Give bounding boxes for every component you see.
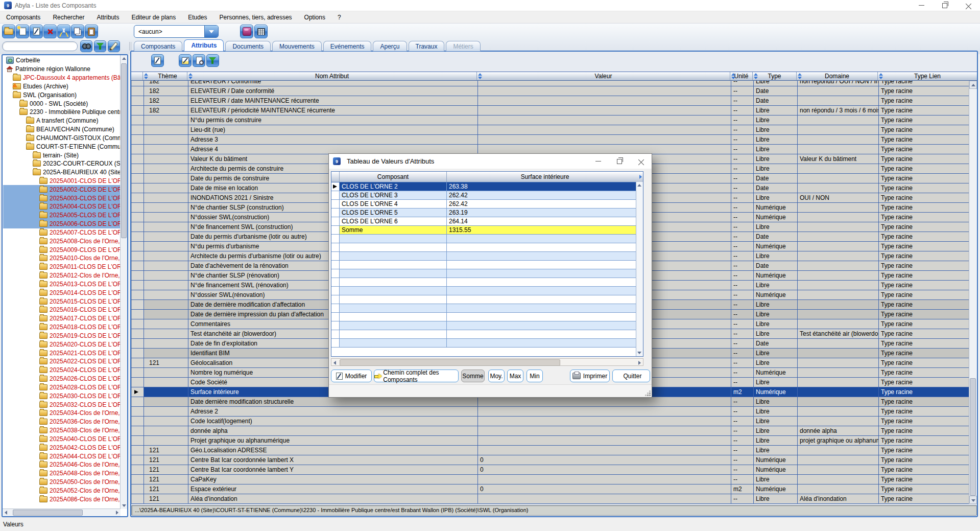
dialog-header-surface[interactable]: Surface intérieure bbox=[447, 172, 643, 182]
tree-item[interactable]: 2025A086-Clos de l'Orne,86-Type S bbox=[3, 495, 120, 503]
tree-hscroll-thumb[interactable] bbox=[13, 510, 83, 516]
tree-item[interactable]: 2025A007-CLOS DE L'ORNE 7 (Bâtiment) bbox=[3, 228, 120, 237]
menu-item-3[interactable]: Attributs bbox=[90, 11, 125, 23]
close-button[interactable] bbox=[957, 0, 980, 11]
sort-icon[interactable] bbox=[754, 73, 758, 80]
tree-item[interactable]: 2025A044-CLOS DE L'ORNE 44 (Bâtiment) bbox=[3, 452, 120, 460]
table-row[interactable]: donnée alpha--Libredonnée alphaType raci… bbox=[131, 426, 969, 436]
resize-grip[interactable] bbox=[649, 395, 651, 396]
filter-funnel-button[interactable] bbox=[206, 54, 219, 67]
cut-button[interactable] bbox=[57, 25, 70, 38]
table-row[interactable]: 121Centre Bat Icar coordonnée lambert Y0… bbox=[131, 465, 969, 475]
tree-item[interactable]: 2025A040-CLOS DE L'ORNE 40 (Bâtiment) bbox=[3, 434, 120, 443]
table-row[interactable]: 121Espace extérieur0m2NumériqueType raci… bbox=[131, 484, 969, 494]
edit-pencil-button[interactable] bbox=[30, 25, 43, 38]
quitter-button[interactable]: Quitter bbox=[612, 370, 650, 382]
grid-vertical-scrollbar[interactable] bbox=[969, 81, 977, 504]
table-row[interactable]: Date dernière modification structurelle-… bbox=[131, 397, 969, 407]
dialog-empty-row[interactable] bbox=[331, 339, 643, 348]
open-folder-button[interactable] bbox=[2, 25, 15, 38]
min-button[interactable]: Min bbox=[527, 370, 543, 382]
table-row[interactable]: 182ELEVATEUR / périodicité MAINTENANCE r… bbox=[131, 106, 969, 116]
dialog-row[interactable]: CLOS DE L'ORNE 2263.38 bbox=[331, 182, 643, 191]
tree-item[interactable]: 2025A038-Clos de l'Orne,38-Type S bbox=[3, 426, 120, 435]
grid-scroll-thumb[interactable] bbox=[970, 378, 976, 496]
scroll-up-icon[interactable] bbox=[122, 57, 126, 60]
binoculars-button[interactable] bbox=[80, 40, 92, 52]
table-export-button[interactable] bbox=[254, 25, 268, 38]
dialog-horizontal-scrollbar[interactable] bbox=[331, 358, 643, 366]
tree-item[interactable]: 2025A024-CLOS DE L'ORNE 24 (Bâtiment) bbox=[3, 366, 120, 375]
moy--button[interactable]: Moy. bbox=[488, 370, 505, 382]
filter-funnel-button[interactable] bbox=[94, 40, 106, 52]
tree-item[interactable]: 2025A032-CLOS DE L'ORNE 32 (Bâtiment) bbox=[3, 400, 120, 409]
tab-evénements[interactable]: Evénements bbox=[323, 41, 372, 51]
dialog-empty-row[interactable] bbox=[331, 261, 643, 269]
dialog-empty-row[interactable] bbox=[331, 304, 643, 313]
table-row[interactable]: Lieu-dit (rue)--LibreType racine bbox=[131, 125, 969, 135]
imprimer-button[interactable]: Imprimer bbox=[570, 370, 610, 382]
tree-item[interactable]: 2025A050-Clos de l'Orne,50-Type S bbox=[3, 478, 120, 487]
tree-item[interactable]: 2025A015-CLOS DE L'ORNE 15 (Bâtiment) bbox=[3, 297, 120, 306]
tree-item[interactable]: 2025A001-CLOS DE L'ORNE 1 (Bâtiment) bbox=[3, 177, 120, 186]
grid-header-6[interactable]: Domaine bbox=[797, 72, 878, 80]
tab-documents[interactable]: Documents bbox=[225, 41, 271, 51]
tree-item[interactable]: 2025A046-Clos de l'Orne,46-Type S bbox=[3, 460, 120, 469]
table-row[interactable]: 182ELEVATEUR / Conformité--Librenon répo… bbox=[131, 81, 969, 86]
tree-item[interactable]: Etudes (Archive) bbox=[3, 82, 120, 90]
sort-icon[interactable] bbox=[144, 73, 148, 80]
dialog-row[interactable]: CLOS DE L'ORNE 4262.42 bbox=[331, 200, 643, 209]
sort-icon[interactable] bbox=[731, 73, 735, 80]
tree-item[interactable]: Corbeille bbox=[3, 56, 120, 65]
dialog-empty-row[interactable] bbox=[331, 295, 643, 304]
dropdown-arrow-icon[interactable] bbox=[204, 26, 218, 37]
tree-item[interactable]: 2025A022-CLOS DE L'ORNE 22 (Bâtiment) bbox=[3, 357, 120, 366]
search-doc-button[interactable] bbox=[193, 54, 205, 67]
filter-dropdown[interactable]: <aucun> bbox=[134, 25, 219, 38]
scroll-right-icon[interactable] bbox=[638, 361, 641, 365]
tree-item[interactable]: SWL (Organisation) bbox=[3, 90, 120, 99]
dialog-title-bar[interactable]: 9 Tableau de Valeurs d'Attributs bbox=[329, 154, 652, 169]
scroll-left-icon[interactable] bbox=[5, 511, 7, 515]
dialog-maximize-button[interactable] bbox=[609, 154, 630, 169]
tree-item[interactable]: CHAUMONT-GISTOUX (Commune) bbox=[3, 133, 120, 142]
table-row[interactable]: 121CaPaKey--LibreType racine bbox=[131, 475, 969, 484]
table-row[interactable]: 182ELEVATEUR / date MAINTENANCE récurren… bbox=[131, 96, 969, 106]
dialog-empty-row[interactable] bbox=[331, 287, 643, 295]
tab-mouvements[interactable]: Mouvements bbox=[272, 41, 322, 51]
dialog-close-button[interactable] bbox=[630, 154, 652, 169]
grid-header-4[interactable]: Unité bbox=[730, 72, 753, 80]
column-next-icon[interactable] bbox=[639, 175, 642, 179]
scroll-up-icon[interactable] bbox=[637, 184, 641, 187]
delete-button[interactable] bbox=[43, 25, 57, 38]
tree-item[interactable]: 2023C-COURT-CEROUX (Site) bbox=[3, 159, 120, 168]
tab-métiers[interactable]: Métiers bbox=[446, 41, 480, 51]
table-row[interactable]: Code locatif(logement)--LibreType racine bbox=[131, 417, 969, 426]
tree-item[interactable]: 2025A003-CLOS DE L'ORNE 3 (Bâtiment) bbox=[3, 194, 120, 202]
tree-item[interactable]: 2025A005-CLOS DE L'ORNE 5 (Bâtiment) bbox=[3, 211, 120, 220]
menu-item-2[interactable]: Rechercher bbox=[46, 11, 90, 23]
tree-scroll-thumb[interactable] bbox=[121, 63, 127, 238]
dialog-empty-row[interactable] bbox=[331, 252, 643, 261]
grid-header-1[interactable]: Thème bbox=[143, 72, 187, 80]
tree-item[interactable]: 2025A019-CLOS DE L'ORNE 19 (Bâtiment) bbox=[3, 332, 120, 340]
chemin-complet-des-composants-button[interactable]: Chemin complet des Composants bbox=[374, 370, 459, 382]
grid-header-7[interactable]: Type Lien bbox=[878, 72, 977, 80]
table-row[interactable]: Adresse 2--LibreType racine bbox=[131, 407, 969, 417]
tree-item[interactable]: 2025A009-CLOS DE L'ORNE 9 (Bâtiment) bbox=[3, 245, 120, 254]
tree-item[interactable]: COURT-ST-ETIENNE (Commune) bbox=[3, 142, 120, 151]
tree-item[interactable]: Patrimoine région Wallonne bbox=[3, 65, 120, 74]
menu-item-7[interactable]: Options bbox=[298, 11, 331, 23]
tree-item[interactable]: 2025A018-CLOS DE L'ORNE 18 (Bâtiment) bbox=[3, 323, 120, 332]
paste-button[interactable] bbox=[85, 25, 98, 38]
dialog-vertical-scrollbar[interactable] bbox=[636, 182, 643, 356]
table-row[interactable]: 121Centre Bat Icar coordonnée lambert X0… bbox=[131, 455, 969, 465]
menu-item-1[interactable]: Composants bbox=[0, 11, 46, 23]
tree-item[interactable]: 2025A034-Clos de l'Orne,34-Type S bbox=[3, 409, 120, 418]
sort-icon[interactable] bbox=[478, 73, 482, 80]
table-row[interactable]: Adresse 3--LibreType racine bbox=[131, 135, 969, 145]
tree-item[interactable]: terrain- (Site) bbox=[3, 151, 120, 159]
tree-item[interactable]: 2025A016-CLOS DE L'ORNE 16 (Bâtiment) bbox=[3, 306, 120, 314]
database-button[interactable] bbox=[240, 25, 253, 38]
tree-vertical-scrollbar[interactable] bbox=[120, 55, 127, 509]
